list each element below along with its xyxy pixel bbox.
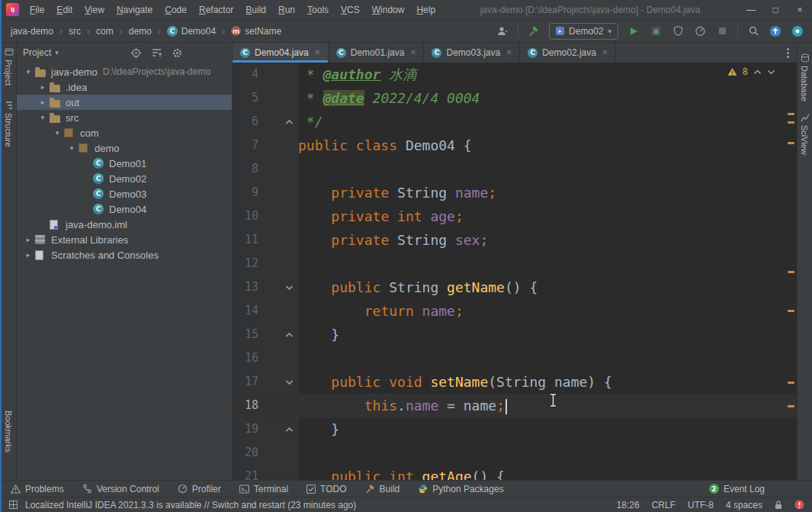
debug-icon[interactable]: [649, 24, 663, 38]
code-line-11[interactable]: 11 private String sex;: [233, 228, 797, 252]
tree-item-external-libraries[interactable]: ▸External Libraries: [17, 232, 232, 247]
error-notification-icon[interactable]: [794, 500, 804, 510]
line-number[interactable]: 10: [233, 204, 266, 228]
code-line-4[interactable]: 4 * @author 水滴: [233, 63, 797, 86]
code-line-17[interactable]: 17 public void setName(String name) {: [233, 370, 797, 394]
menu-refactor[interactable]: Refactor: [193, 2, 239, 18]
caret-position[interactable]: 18:26: [617, 500, 640, 510]
close-icon[interactable]: ×: [602, 47, 608, 58]
tree-item-java-demo-iml[interactable]: java-demo.iml: [17, 217, 232, 232]
tool-button-problems[interactable]: Problems: [11, 484, 64, 494]
tree-item-src[interactable]: ▾src: [17, 110, 232, 125]
line-number[interactable]: 14: [233, 299, 266, 323]
chevron-down-icon[interactable]: ▾: [50, 129, 64, 137]
menu-code[interactable]: Code: [159, 2, 193, 18]
line-separator[interactable]: CRLF: [652, 500, 676, 510]
tab-demo01-java[interactable]: CDemo01.java×: [329, 43, 425, 63]
settings-sync-icon[interactable]: [791, 24, 804, 38]
project-toolwindow-icon[interactable]: [5, 47, 14, 56]
locate-file-icon[interactable]: [130, 47, 142, 59]
code-line-16[interactable]: 16: [233, 346, 797, 370]
line-number[interactable]: 4: [233, 63, 266, 86]
code-line-8[interactable]: 8: [233, 157, 797, 181]
coverage-icon[interactable]: [671, 24, 685, 38]
code-line-6[interactable]: 6 */: [233, 110, 797, 134]
search-everywhere-icon[interactable]: [746, 24, 760, 38]
structure-toolwindow-icon[interactable]: [5, 101, 14, 110]
code-line-14[interactable]: 14 return name;: [233, 299, 797, 323]
tab-options-icon[interactable]: [779, 43, 797, 63]
chevron-right-icon[interactable]: ▸: [21, 251, 35, 259]
code-with-me-icon[interactable]: [496, 24, 509, 38]
tool-button-python-packages[interactable]: Python Packages: [418, 484, 503, 494]
breadcrumb-item-demo04[interactable]: CDemo04: [165, 24, 217, 38]
tool-stripe-bookmarks[interactable]: Bookmarks: [4, 411, 13, 452]
code-line-19[interactable]: 19 }: [233, 417, 797, 441]
menu-build[interactable]: Build: [239, 2, 272, 18]
update-available-icon[interactable]: [769, 24, 782, 38]
line-number[interactable]: 19: [233, 417, 266, 441]
tool-stripe-sciview[interactable]: SciView: [800, 125, 809, 155]
tree-item-out[interactable]: ▸out: [17, 95, 232, 110]
menu-help[interactable]: Help: [410, 2, 441, 18]
settings-gear-icon[interactable]: [172, 47, 183, 59]
profiler-icon[interactable]: [693, 24, 707, 38]
close-icon[interactable]: ×: [315, 47, 320, 58]
error-stripe[interactable]: [786, 63, 797, 480]
tool-button-todo[interactable]: TODO: [307, 484, 346, 494]
line-number[interactable]: 11: [233, 228, 266, 252]
line-number[interactable]: 20: [233, 441, 266, 465]
line-number[interactable]: 7: [233, 134, 266, 157]
fold-up-icon[interactable]: [266, 110, 298, 134]
code-line-7[interactable]: 7public class Demo04 {: [233, 134, 797, 157]
code-editor[interactable]: 4 * @author 水滴5 * @date 2022/4/4 00046 *…: [233, 63, 797, 480]
file-encoding[interactable]: UTF-8: [688, 500, 714, 510]
tab-demo02-java[interactable]: CDemo02.java×: [520, 43, 616, 63]
build-hammer-icon[interactable]: [527, 24, 541, 38]
tree-item-demo[interactable]: ▾demo: [17, 140, 232, 156]
tab-demo04-java[interactable]: CDemo04.java×: [233, 43, 329, 63]
chevron-down-icon[interactable]: ▾: [21, 68, 35, 76]
menu-run[interactable]: Run: [272, 2, 301, 18]
chevron-right-icon[interactable]: ▸: [36, 83, 50, 91]
code-line-13[interactable]: 13 public String getName() {: [233, 275, 797, 299]
chevron-down-icon[interactable]: ▾: [36, 114, 50, 121]
menu-vcs[interactable]: VCS: [335, 2, 366, 18]
tree-item-com[interactable]: ▾com: [17, 125, 232, 140]
chevron-right-icon[interactable]: ▸: [36, 98, 50, 106]
menu-tools[interactable]: Tools: [301, 2, 335, 18]
code-line-21[interactable]: 21 public int getAge() {: [233, 465, 797, 480]
minimize-icon[interactable]: —: [739, 0, 763, 19]
breadcrumb-item-src[interactable]: src: [67, 24, 82, 38]
code-line-5[interactable]: 5 * @date 2022/4/4 0004: [233, 86, 797, 110]
chevron-down-icon[interactable]: ▾: [65, 144, 79, 152]
line-number[interactable]: 13: [233, 275, 266, 299]
code-line-15[interactable]: 15 }: [233, 323, 797, 346]
menu-navigate[interactable]: Navigate: [111, 2, 159, 18]
line-number[interactable]: 12: [233, 252, 266, 275]
line-number[interactable]: 15: [233, 323, 266, 346]
line-number[interactable]: 8: [233, 157, 266, 181]
maximize-icon[interactable]: □: [763, 0, 788, 19]
tool-button-build[interactable]: Build: [365, 484, 400, 494]
tree-item--idea[interactable]: ▸.idea: [17, 79, 232, 95]
project-view-selector[interactable]: Project ▾: [23, 47, 59, 58]
fold-up-icon[interactable]: [266, 323, 298, 346]
breadcrumb-item-com[interactable]: com: [95, 24, 115, 38]
line-number[interactable]: 21: [233, 465, 266, 480]
tree-item-java-demo[interactable]: ▾java-demoD:\IdeaProjects\java-demo: [17, 64, 232, 79]
line-number[interactable]: 5: [233, 86, 266, 110]
database-toolwindow-icon[interactable]: [801, 53, 810, 63]
next-warning-icon[interactable]: [767, 69, 775, 75]
line-number[interactable]: 16: [233, 346, 266, 370]
run-config-select[interactable]: ▸ Demo02 ▾: [549, 23, 618, 40]
sciview-toolwindow-icon[interactable]: [801, 113, 810, 122]
tab-demo03-java[interactable]: CDemo03.java×: [424, 43, 520, 63]
line-number[interactable]: 18: [233, 394, 266, 417]
close-icon[interactable]: ×: [506, 47, 512, 58]
close-icon[interactable]: ×: [410, 47, 416, 58]
event-log-button[interactable]: 2 Event Log: [709, 484, 765, 494]
fold-down-icon[interactable]: [266, 370, 298, 394]
chevron-right-icon[interactable]: ▸: [21, 236, 35, 243]
line-number[interactable]: 17: [233, 370, 266, 394]
